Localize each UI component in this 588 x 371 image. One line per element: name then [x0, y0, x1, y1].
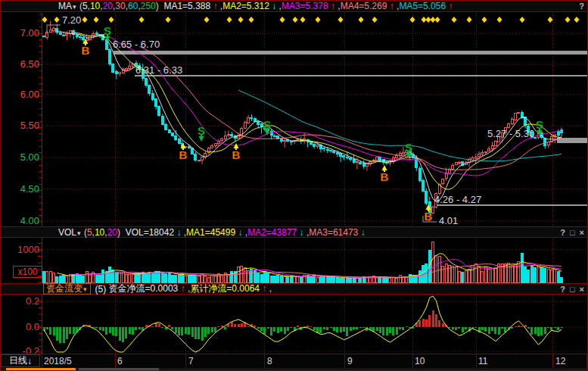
svg-text:4.26 - 4.27: 4.26 - 4.27	[434, 194, 481, 205]
maximize-icon[interactable]: □	[570, 285, 575, 294]
arrow-down-icon: ↓	[269, 1, 276, 11]
ma-param-value: 30	[115, 1, 125, 11]
vol-values: VOL=18042 ↓ ,MA1=45499 ↓ ,MA2=43877 ↓ ,M…	[126, 227, 366, 238]
svg-text:B: B	[82, 44, 90, 57]
vol-value: MA3=61473	[309, 227, 358, 238]
flow-axis-label: 0.2	[6, 295, 39, 307]
scrollbar-segment	[79, 368, 159, 370]
moneyflow-param: (5)	[95, 284, 107, 295]
date-label: 2018/5	[44, 356, 72, 366]
horizontal-scrollbar[interactable]	[0, 368, 588, 371]
ma-values: MA1=5.388 ↑ ,MA2=5.312 ↓ ,MA3=5.378 ↑ ,M…	[163, 1, 453, 11]
close-icon[interactable]: ×	[580, 285, 584, 294]
ma-value: MA5=5.056	[399, 1, 446, 11]
flow-value: 累计净流=0.0064	[190, 283, 260, 294]
grid-lines	[42, 13, 586, 353]
ma-indicator-dropdown[interactable]: MA▾	[43, 0, 77, 22]
price-axis-label: 6.00	[6, 89, 39, 100]
main-indicator-header: MA▾ (5,10,20,30,60,250) MA1=5.388 ↑ ,MA2…	[0, 0, 588, 12]
price-annotations: 7.206.65 - 6.706.31 - 6.335.27 - 5.304.2…	[47, 14, 534, 226]
ma-param: )	[156, 1, 164, 11]
date-label: 8	[267, 356, 272, 366]
date-label: 9	[347, 356, 353, 366]
date-separator	[476, 354, 477, 368]
chevron-down-icon: ▾	[77, 229, 81, 237]
ma-param-value: 10	[90, 1, 100, 11]
arrow-up-icon: ↑	[178, 283, 185, 294]
date-label: 10	[415, 356, 425, 366]
moneyflow-indicator-header: 资金流变▾ (5) 资金净流=0.0003 ↑ ,累计净流=0.0064 ↑ ,…	[0, 283, 588, 295]
date-label: 6	[117, 356, 123, 366]
ma-param-value: 20	[103, 1, 113, 11]
event-diamond-icons[interactable]	[42, 17, 580, 23]
arrow-down-icon: ↓	[27, 356, 32, 366]
ma-param: (	[77, 1, 82, 11]
help-icon[interactable]: ?	[579, 2, 584, 11]
vol-value: MA2=43877	[247, 227, 297, 238]
period-selector[interactable]: 日线↓	[1, 354, 40, 367]
ma-value: MA4=5.269	[341, 1, 387, 11]
help-icon[interactable]: ?	[560, 285, 565, 294]
flow-value: 资金净流=0.0003	[109, 283, 179, 294]
moneyflow-line	[44, 296, 562, 352]
arrow-down-icon: ↓	[174, 227, 181, 238]
date-axis: 2018/56789101112	[0, 354, 588, 368]
arrow-up-icon: ↑	[446, 1, 453, 11]
moneyflow-indicator-dropdown[interactable]: 资金流变▾	[43, 283, 91, 295]
volume-indicator-header: VOL▾ (5,10,20) VOL=18042 ↓ ,MA1=45499 ↓ …	[0, 226, 588, 238]
svg-text:B: B	[381, 170, 389, 183]
arrow-up-icon: ↑	[387, 1, 394, 11]
date-label: 12	[555, 356, 565, 366]
price-axis-label: 6.50	[6, 58, 39, 70]
chevron-down-icon: ▾	[73, 3, 76, 11]
moneyflow-values: 资金净流=0.0003 ↑ ,累计净流=0.0064 ↑ ,	[106, 282, 272, 295]
ma-value: MA1=5.388	[163, 1, 210, 11]
scrollbar-thumb[interactable]	[6, 368, 76, 370]
vol-value: VOL=18042	[126, 227, 174, 238]
date-label: 7	[188, 356, 194, 366]
ma-value: MA3=5.378	[282, 1, 328, 11]
arrow-down-icon: ↓	[358, 227, 365, 238]
flow-axis-label: 0.0	[6, 321, 39, 332]
vol-header-icons: ?□×	[560, 227, 584, 237]
ma-param-value: 250	[141, 1, 156, 11]
ma-param-value: 60	[128, 1, 138, 11]
price-axis-label: 7.00	[6, 27, 39, 39]
stock-chart-window: BSBSBSBSBS7.206.65 - 6.706.31 - 6.335.27…	[0, 0, 588, 371]
vol-indicator-label: VOL	[58, 227, 76, 238]
ma: ,	[276, 1, 282, 11]
vol-indicator-dropdown[interactable]: VOL▾	[43, 217, 82, 248]
price-axis-label: 4.00	[6, 215, 39, 226]
ma-lines	[57, 32, 562, 201]
svg-text:5.27 - 5.30: 5.27 - 5.30	[487, 128, 534, 139]
ma-value: MA2=5.312	[222, 1, 269, 11]
arrow-up-icon: ↑	[260, 283, 266, 294]
vol-param-value: 10	[95, 227, 104, 238]
svg-text:6.31 - 6.33: 6.31 - 6.33	[135, 64, 182, 76]
date-separator	[552, 354, 553, 368]
vol-params: (5,10,20)	[82, 227, 126, 238]
date-separator	[185, 354, 186, 368]
main-header-icons: ?	[579, 0, 584, 11]
help-icon[interactable]: ?	[560, 228, 565, 237]
date-separator	[42, 354, 42, 368]
close-icon[interactable]: ×	[580, 228, 584, 237]
vol-param-value: 20	[107, 227, 117, 238]
moneyflow-bars	[43, 310, 563, 342]
vol-param-value: 5	[87, 227, 92, 238]
date-separator	[412, 354, 413, 368]
svg-text:6.65 - 6.70: 6.65 - 6.70	[113, 39, 160, 50]
date-separator	[264, 354, 265, 368]
price-axis-label: 5.50	[6, 120, 39, 131]
svg-text:B: B	[179, 148, 188, 161]
chevron-down-icon: ▾	[83, 285, 87, 293]
maximize-icon[interactable]: □	[570, 228, 575, 237]
price-axis-label: 4.50	[6, 183, 39, 195]
date-separator	[586, 354, 587, 368]
period-label: 日线	[9, 354, 27, 367]
ma: ,	[335, 1, 341, 11]
volume-unit-label: x100	[13, 266, 42, 278]
date-separator	[344, 354, 345, 368]
vol-param: )	[117, 227, 126, 238]
date-separator	[115, 354, 116, 368]
